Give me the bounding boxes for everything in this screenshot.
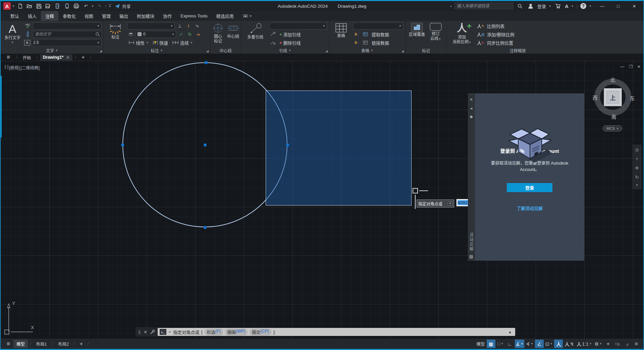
start-tab[interactable]: 开始 [20, 54, 34, 61]
center-mark-button[interactable]: 圆心标记 [211, 22, 225, 46]
iso-dropdown-icon[interactable]: ▼ [531, 342, 533, 345]
command-history-up-icon[interactable]: ▲ [508, 330, 513, 334]
dim-continue-button[interactable]: 连续▼ [171, 39, 194, 46]
drag-handle-icon[interactable]: ⣿ [138, 330, 141, 334]
layout1-tab[interactable]: 布局1 [33, 340, 50, 348]
revision-cloud-button[interactable]: 修订云线▼ [428, 22, 444, 46]
viewport-visual-style-control[interactable]: [二维线框] [20, 64, 40, 71]
help-icon[interactable]: ? [580, 3, 586, 9]
ribbon-tab-parametric[interactable]: 参数化 [58, 11, 80, 21]
ribbon-tab-output[interactable]: 输出 [115, 11, 132, 21]
viewcube-east[interactable]: 东 [630, 95, 635, 102]
panel-label-text[interactable]: 文字▼◢ [1, 47, 103, 54]
dim-layer-combo[interactable]: 0▼ [136, 31, 176, 38]
viewport-menu-control[interactable]: [-] [5, 64, 8, 71]
drawing-canvas[interactable]: [-] [俯视] [二维线框] — ❐ ✕ 指定对角点或 ▼ 4092.4497… [1, 61, 643, 339]
drawing1-close-icon[interactable]: ✕ [66, 55, 69, 60]
extract-data-button[interactable]: 提取数据 [370, 31, 390, 38]
panel-label-dimension[interactable]: 标注▼◢ [104, 47, 210, 54]
grip-top-quadrant[interactable] [205, 61, 208, 64]
command-recent-icon[interactable]: ▸_ [160, 329, 166, 335]
navbar-more-icon[interactable]: ▼ [636, 184, 638, 187]
grip-bottom-quadrant[interactable] [204, 226, 207, 229]
object-snap-toggle[interactable]: ⊡▼ [544, 340, 554, 348]
add-current-scale-button[interactable]: 人+ 添加当前比例▼ [449, 22, 475, 46]
viewport-view-control[interactable]: [俯视] [9, 64, 20, 71]
close-button[interactable]: ✕ [629, 2, 640, 10]
new-layout-button[interactable]: + [77, 341, 86, 347]
scale-list-button[interactable]: 比例列表 [486, 22, 506, 30]
grip-center[interactable] [204, 143, 207, 147]
customization-button[interactable]: ≡ [632, 340, 641, 348]
snap-dropdown-icon[interactable]: ▼ [501, 342, 503, 345]
layout2-tab[interactable]: 布局2 [55, 340, 72, 348]
remove-leader-button[interactable]: ×删除引线 [278, 39, 302, 46]
panel-text-launcher-icon[interactable]: ◢ [100, 49, 102, 53]
command-input-field[interactable]: ▸_ ▼ 指定对角点或 [ 栏选(F) 圈围(WP) 圈交(CP) ]: ▲ [158, 328, 515, 336]
annotation-visibility-toggle[interactable]: 人 [554, 340, 563, 348]
isolate-objects-button[interactable]: □△ [613, 340, 622, 348]
app-menu-chevron-icon[interactable]: ▼ [12, 5, 15, 8]
command-option-wpolygon[interactable]: 圈围(WP) [225, 329, 248, 336]
undo-dropdown-icon[interactable]: ▼ [91, 5, 94, 8]
dim-style-combo[interactable]: ▼ [127, 22, 175, 30]
minimize-button[interactable]: — [596, 2, 608, 10]
workspace-switching-button[interactable]: ⚙▼ [594, 340, 603, 348]
palette-properties-icon[interactable]: ✱ [470, 113, 473, 121]
palette-autohide-icon[interactable]: ◂ [470, 104, 472, 113]
drawing-minimize-icon[interactable]: — [620, 64, 624, 69]
redo-dropdown-icon[interactable]: ▼ [105, 5, 107, 8]
model-paper-toggle[interactable]: 模型 [476, 340, 486, 348]
plot-button[interactable] [72, 2, 80, 10]
dim-inspect-icon[interactable]: ✓ [177, 31, 185, 38]
grip-right-quadrant[interactable] [286, 143, 289, 147]
redo-button[interactable]: ↷ [95, 2, 103, 10]
dim-infinite-icon[interactable]: ∞ [195, 31, 202, 38]
open-from-web-button[interactable] [54, 2, 62, 10]
workspace-dropdown-icon[interactable]: ▼ [599, 342, 602, 345]
command-close-icon[interactable]: ✕ [144, 330, 147, 335]
find-text-input[interactable] [33, 31, 102, 38]
save-to-web-button[interactable] [63, 2, 71, 10]
drawing1-tab[interactable]: Drawing1*✕ [40, 54, 72, 61]
panel-label-centerline[interactable]: 中心线 [210, 47, 241, 54]
doctab-menu-icon[interactable]: ≡ [3, 54, 13, 61]
ribbon-tab-default[interactable]: 默认 [6, 11, 23, 21]
text-style-combo[interactable]: ▼ [33, 22, 101, 30]
model-tab[interactable]: 模型 [13, 340, 28, 348]
find-magnifier-icon[interactable] [94, 31, 101, 38]
wipeout-button[interactable]: 区域覆盖 [408, 22, 426, 46]
clean-screen-button[interactable]: ↔ [623, 340, 631, 348]
dim-linear-button[interactable]: 线性▼ [127, 39, 150, 46]
share-button[interactable]: 共享 [115, 3, 131, 9]
command-option-cpolygon[interactable]: 圈交(CP) [250, 329, 271, 336]
viewcube-south[interactable]: 南 [611, 113, 616, 120]
ribbon-minimize-button[interactable]: ▲▼ [243, 11, 252, 21]
maximize-button[interactable]: □ [612, 2, 624, 10]
add-delete-scale-button[interactable]: 添加/删除比例 [486, 31, 516, 38]
panel-table-launcher-icon[interactable]: ◢ [401, 49, 404, 53]
panel-dim-launcher-icon[interactable]: ◢ [206, 49, 209, 53]
command-option-fence[interactable]: 栏选(F) [205, 329, 223, 336]
ribbon-tab-view[interactable]: 视图 [80, 11, 98, 21]
qat-customize-icon[interactable]: ▼ [109, 4, 111, 8]
signin-dropdown-icon[interactable]: ▼ [549, 5, 551, 8]
autodesk-mark-icon[interactable]: A [565, 3, 569, 9]
ribbon-tab-featured-apps[interactable]: 精选应用 [212, 11, 238, 21]
annotation-scale-button[interactable]: 人1:1▼ [576, 340, 593, 348]
auto-scale-toggle[interactable]: 人↯ [564, 340, 575, 348]
open-file-button[interactable] [25, 2, 34, 10]
ortho-toggle[interactable]: ∟ [505, 340, 514, 348]
dim-quick-button[interactable]: 快速 [151, 39, 169, 46]
drawing-close-icon[interactable]: ✕ [637, 64, 641, 69]
command-line-grip[interactable]: ⣿ ✕ [136, 327, 158, 337]
dim-jog-icon[interactable]: ∿ [194, 22, 201, 29]
ribbon-tab-insert[interactable]: 插入 [23, 11, 41, 21]
viewcube-west[interactable]: 西 [592, 94, 597, 101]
command-line-bar[interactable]: ⣿ ✕ ▸_ ▼ 指定对角点或 [ 栏选(F) 圈围(WP) 圈交(CP) ]:… [136, 327, 515, 337]
user-icon[interactable] [527, 2, 535, 10]
polar-dropdown-icon[interactable]: ▼ [521, 342, 523, 345]
panel-label-leader[interactable]: 引线▼◢ [241, 47, 329, 54]
table-button[interactable]: 表格 [331, 22, 351, 46]
signin-label[interactable]: 登录 [537, 3, 546, 9]
